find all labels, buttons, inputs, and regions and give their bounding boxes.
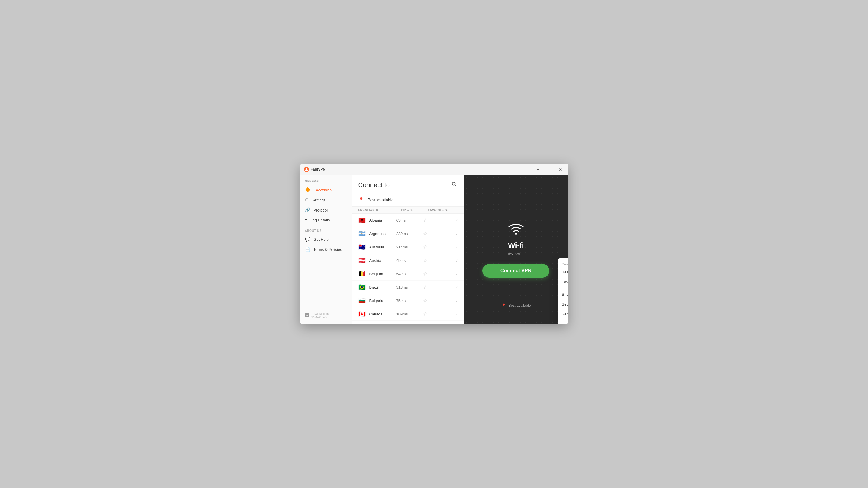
sidebar-item-terms[interactable]: 📄 Terms & Policies [300, 244, 352, 254]
col-location: LOCATION ⇅ [358, 208, 401, 212]
window-controls: − □ ✕ [534, 165, 565, 173]
country-row-2[interactable]: 🇦🇺 Australia 214ms ☆ ∨ [352, 240, 464, 254]
country-name-1: Argentina [369, 231, 396, 236]
ctx-best-available[interactable]: Best Available [558, 267, 568, 277]
star-icon-7[interactable]: ☆ [423, 311, 427, 317]
star-btn-7[interactable]: ☆ [423, 311, 453, 317]
expand-btn-7[interactable]: ∨ [455, 312, 458, 316]
logo-icon [304, 167, 309, 172]
sidebar-item-help-label: Get Help [314, 237, 329, 241]
col-favorite: FAVORITE ⇅ [428, 208, 458, 212]
sidebar-item-log-details[interactable]: ≡ Log Details [300, 215, 352, 225]
ctx-best-available-label: Best Available [562, 270, 568, 274]
mini-pin-icon: 📍 [501, 303, 506, 308]
help-icon: 💬 [305, 236, 311, 242]
country-name-7: Canada [369, 312, 396, 316]
expand-btn-5[interactable]: ∨ [455, 285, 458, 289]
ctx-show-label: Show FastVPN [562, 292, 568, 297]
ctx-favourite[interactable]: Favourite › [558, 277, 568, 287]
svg-line-4 [455, 185, 456, 187]
country-row-3[interactable]: 🇦🇹 Austria 49ms ☆ ∨ [352, 254, 464, 267]
ping-6: 75ms [396, 298, 423, 303]
country-row-5[interactable]: 🇧🇷 Brazil 313ms ☆ ∨ [352, 281, 464, 294]
ctx-settings[interactable]: Settings [558, 299, 568, 309]
ctx-help[interactable]: Help › [558, 322, 568, 324]
best-available-row[interactable]: 📍 Best available [352, 193, 464, 206]
star-btn-6[interactable]: ☆ [423, 298, 453, 303]
expand-btn-4[interactable]: ∨ [455, 272, 458, 276]
country-row-1[interactable]: 🇦🇷 Argentina 239ms ☆ ∨ [352, 227, 464, 240]
svg-point-5 [515, 233, 517, 235]
settings-icon: ⚙ [305, 197, 309, 203]
sidebar-item-settings[interactable]: ⚙ Settings [300, 195, 352, 205]
location-panel: Connect to 📍 Best available LOCATION ⇅ [352, 175, 464, 324]
maximize-button[interactable]: □ [545, 165, 553, 173]
best-available-label: Best available [368, 198, 394, 202]
sort-arrow-ping[interactable]: ⇅ [410, 208, 413, 212]
app-title: FastVPN [311, 167, 326, 171]
ctx-header: Connect to: [558, 260, 568, 267]
col-ping: PING ⇅ [401, 208, 428, 212]
sidebar: GENERAL 🔶 Locations ⚙ Settings 🔗 Protoco… [300, 175, 352, 324]
ctx-settings-label: Settings [562, 302, 568, 306]
ctx-send-feedback[interactable]: Send Feedback [558, 309, 568, 319]
expand-btn-0[interactable]: ∨ [455, 218, 458, 222]
namecheap-logo: N [305, 313, 309, 318]
footer-label: POWERED BY NAMECHEAP [311, 313, 347, 318]
country-name-5: Brazil [369, 285, 396, 290]
star-icon-4[interactable]: ☆ [423, 271, 427, 277]
close-button[interactable]: ✕ [556, 165, 565, 173]
ping-5: 313ms [396, 285, 423, 290]
flag-5: 🇧🇷 [358, 284, 366, 291]
location-header: Connect to [352, 175, 464, 193]
star-btn-5[interactable]: ☆ [423, 285, 453, 290]
expand-btn-6[interactable]: ∨ [455, 298, 458, 303]
right-content: Wi-fi my_WIFI Connect VPN [483, 222, 549, 278]
flag-8: 🇨🇱 [358, 324, 366, 324]
star-btn-2[interactable]: ☆ [423, 244, 453, 250]
star-icon-2[interactable]: ☆ [423, 244, 427, 250]
ping-4: 54ms [396, 272, 423, 276]
search-button[interactable] [450, 180, 458, 190]
star-icon-0[interactable]: ☆ [423, 218, 427, 223]
star-btn-1[interactable]: ☆ [423, 231, 453, 236]
sidebar-item-protocol-label: Protocol [314, 208, 328, 213]
sidebar-item-get-help[interactable]: 💬 Get Help [300, 234, 352, 244]
context-menu: Connect to: Best Available Favourite › S… [558, 258, 568, 324]
ctx-show-fastvpn[interactable]: Show FastVPN [558, 290, 568, 299]
expand-btn-3[interactable]: ∨ [455, 258, 458, 262]
country-name-2: Australia [369, 245, 396, 249]
protocol-icon: 🔗 [305, 207, 311, 213]
sidebar-item-locations[interactable]: 🔶 Locations [300, 185, 352, 195]
sidebar-item-log-label: Log Details [310, 218, 330, 222]
locations-icon: 🔶 [305, 187, 311, 193]
star-icon-3[interactable]: ☆ [423, 258, 427, 263]
ctx-divider-1 [558, 288, 568, 288]
country-row-8[interactable]: 🇨🇱 Chile 326ms ☆ ∨ [352, 321, 464, 324]
sort-arrow-location[interactable]: ⇅ [376, 208, 378, 212]
ping-2: 214ms [396, 245, 423, 249]
country-row-4[interactable]: 🇧🇪 Belgium 54ms ☆ ∨ [352, 267, 464, 281]
star-icon-1[interactable]: ☆ [423, 231, 427, 236]
flag-4: 🇧🇪 [358, 270, 366, 277]
country-row-6[interactable]: 🇧🇬 Bulgaria 75ms ☆ ∨ [352, 294, 464, 307]
star-icon-6[interactable]: ☆ [423, 298, 427, 303]
star-btn-0[interactable]: ☆ [423, 218, 453, 223]
connect-vpn-button[interactable]: Connect VPN [483, 264, 549, 278]
minimize-button[interactable]: − [534, 165, 542, 173]
sidebar-item-protocol[interactable]: 🔗 Protocol [300, 205, 352, 215]
star-icon-5[interactable]: ☆ [423, 285, 427, 290]
sort-arrow-favorite[interactable]: ⇅ [445, 208, 448, 212]
app-body: GENERAL 🔶 Locations ⚙ Settings 🔗 Protoco… [300, 175, 568, 324]
star-btn-3[interactable]: ☆ [423, 258, 453, 263]
country-row-0[interactable]: 🇦🇱 Albania 63ms ☆ ∨ [352, 214, 464, 227]
expand-btn-2[interactable]: ∨ [455, 245, 458, 249]
app-window: FastVPN − □ ✕ GENERAL 🔶 Locations ⚙ Sett… [300, 164, 568, 324]
country-list: 🇦🇱 Albania 63ms ☆ ∨ 🇦🇷 Argentina 239ms ☆… [352, 214, 464, 324]
wifi-icon-wrap [507, 222, 525, 236]
country-row-7[interactable]: 🇨🇦 Canada 109ms ☆ ∨ [352, 307, 464, 321]
title-bar: FastVPN − □ ✕ [300, 164, 568, 175]
ctx-favourite-label: Favourite [562, 280, 568, 284]
star-btn-4[interactable]: ☆ [423, 271, 453, 277]
expand-btn-1[interactable]: ∨ [455, 231, 458, 236]
